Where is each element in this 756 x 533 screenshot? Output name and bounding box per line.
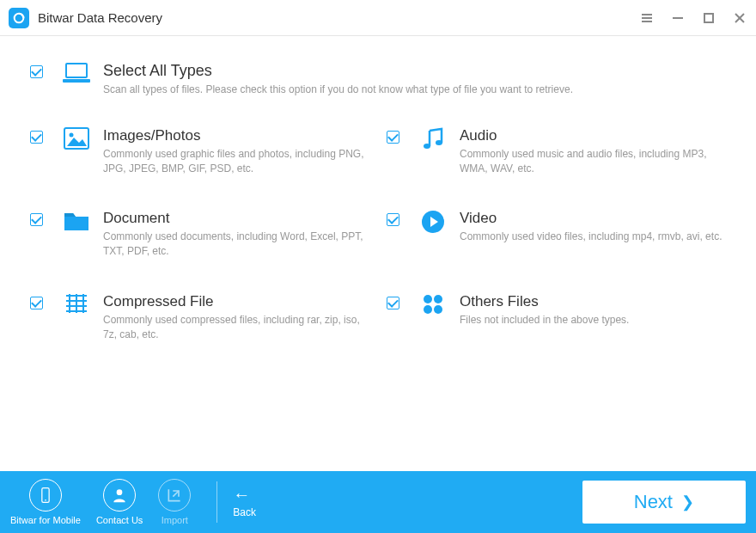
minimize-button[interactable] (670, 10, 686, 26)
type-item-images: Images/Photos Commonly used graphic file… (30, 127, 369, 176)
play-icon (415, 210, 451, 234)
type-item-compressed: Compressed File Commonly used compressed… (30, 293, 369, 342)
next-button[interactable]: Next ❯ (582, 481, 746, 524)
audio-checkbox[interactable] (387, 131, 399, 144)
person-icon (103, 479, 136, 512)
contact-label: Contact Us (96, 515, 143, 525)
svg-point-27 (45, 499, 46, 501)
maximize-button[interactable] (701, 10, 716, 26)
back-arrow-icon: ← (233, 486, 250, 503)
video-title: Video (460, 210, 722, 227)
back-button[interactable]: ← Back (233, 486, 256, 518)
contact-us-button[interactable]: Contact Us (96, 479, 143, 525)
type-item-audio: Audio Commonly used music and audio file… (387, 127, 726, 176)
app-title: Bitwar Data Recovery (38, 10, 639, 25)
select-all-title: Select All Types (103, 62, 573, 80)
import-label: Import (162, 515, 188, 525)
type-item-document: Document Commonly used documents, includ… (30, 210, 369, 259)
compressed-desc: Commonly used compressed files, includin… (103, 313, 369, 342)
archive-icon (58, 293, 94, 317)
laptop-icon (58, 62, 94, 86)
select-all-desc: Scan all types of files. Please check th… (103, 83, 573, 97)
bitwar-mobile-button[interactable]: Bitwar for Mobile (10, 479, 81, 525)
svg-rect-8 (66, 64, 87, 77)
mobile-label: Bitwar for Mobile (10, 515, 81, 525)
video-desc: Commonly used video files, including mp4… (460, 230, 722, 244)
image-icon (58, 127, 94, 150)
svg-point-28 (117, 489, 123, 495)
svg-rect-5 (704, 14, 713, 22)
select-all-row: Select All Types Scan all types of files… (30, 62, 726, 97)
folder-icon (58, 210, 94, 232)
import-icon (158, 479, 191, 512)
music-note-icon (415, 127, 451, 151)
chevron-right-icon: ❯ (681, 493, 694, 512)
svg-point-25 (434, 305, 442, 314)
compressed-checkbox[interactable] (30, 297, 43, 309)
mobile-icon (29, 479, 62, 512)
images-title: Images/Photos (103, 127, 369, 144)
svg-point-24 (424, 305, 432, 314)
others-title: Others Files (460, 293, 629, 310)
select-all-checkbox[interactable] (30, 65, 43, 78)
document-checkbox[interactable] (30, 213, 43, 226)
type-item-others: Others Files Files not included in the a… (387, 293, 726, 342)
svg-point-23 (434, 295, 442, 303)
content-area: Select All Types Scan all types of files… (0, 36, 756, 342)
others-checkbox[interactable] (387, 297, 399, 309)
footer-divider (216, 481, 217, 523)
document-title: Document (103, 210, 369, 227)
audio-title: Audio (460, 127, 726, 144)
next-label: Next (634, 491, 673, 513)
images-desc: Commonly used graphic files and photos, … (103, 147, 369, 176)
footer-bar: Bitwar for Mobile Contact Us Import ← Ba… (0, 471, 756, 533)
svg-point-11 (70, 132, 74, 137)
others-desc: Files not included in the above types. (460, 313, 629, 328)
svg-rect-9 (63, 79, 90, 83)
import-button[interactable]: Import (158, 479, 191, 525)
app-logo-icon (9, 8, 29, 28)
grid-icon (415, 293, 451, 316)
compressed-title: Compressed File (103, 293, 369, 310)
svg-point-12 (424, 144, 430, 149)
video-checkbox[interactable] (387, 213, 399, 226)
images-checkbox[interactable] (30, 131, 43, 144)
svg-point-22 (424, 295, 432, 303)
svg-point-13 (436, 140, 442, 145)
close-button[interactable] (732, 10, 747, 26)
type-item-video: Video Commonly used video files, includi… (387, 210, 726, 259)
titlebar: Bitwar Data Recovery (0, 0, 756, 36)
audio-desc: Commonly used music and audio files, inc… (460, 147, 726, 176)
menu-icon[interactable] (639, 10, 655, 26)
document-desc: Commonly used documents, including Word,… (103, 230, 369, 259)
back-label: Back (233, 506, 256, 518)
